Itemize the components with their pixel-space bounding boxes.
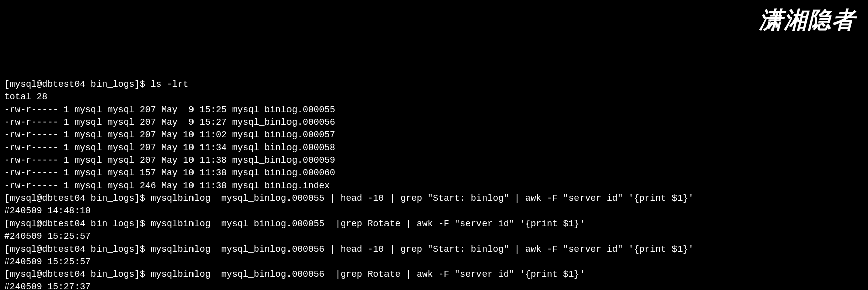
terminal-output-line: -rw-r----- 1 mysql mysql 207 May 10 11:3… xyxy=(4,141,864,154)
terminal-output-line: total 28 xyxy=(4,91,864,103)
terminal-output-line: #240509 14:48:10 xyxy=(4,205,864,218)
terminal-output-line: -rw-r----- 1 mysql mysql 246 May 10 11:3… xyxy=(4,180,864,192)
terminal-command-line: [mysql@dbtest04 bin_logs]$ mysqlbinlog m… xyxy=(4,218,864,230)
watermark-text: 潇湘隐者 xyxy=(759,4,856,36)
terminal-output-line: -rw-r----- 1 mysql mysql 157 May 10 11:3… xyxy=(4,167,864,179)
terminal-output-line: -rw-r----- 1 mysql mysql 207 May 9 15:27… xyxy=(4,116,864,129)
terminal-output-line: -rw-r----- 1 mysql mysql 207 May 10 11:0… xyxy=(4,129,864,141)
terminal-output-line: #240509 15:25:57 xyxy=(4,256,864,268)
terminal-output-line: -rw-r----- 1 mysql mysql 207 May 9 15:25… xyxy=(4,104,864,116)
terminal-command-line: [mysql@dbtest04 bin_logs]$ mysqlbinlog m… xyxy=(4,268,864,281)
terminal-output: [mysql@dbtest04 bin_logs]$ ls -lrttotal … xyxy=(4,78,864,290)
terminal-command-line: [mysql@dbtest04 bin_logs]$ ls -lrt xyxy=(4,78,864,91)
terminal-command-line: [mysql@dbtest04 bin_logs]$ mysqlbinlog m… xyxy=(4,192,864,205)
terminal-output-line: #240509 15:27:37 xyxy=(4,281,864,290)
terminal-command-line: [mysql@dbtest04 bin_logs]$ mysqlbinlog m… xyxy=(4,243,864,256)
terminal-output-line: #240509 15:25:57 xyxy=(4,230,864,243)
terminal-output-line: -rw-r----- 1 mysql mysql 207 May 10 11:3… xyxy=(4,154,864,167)
